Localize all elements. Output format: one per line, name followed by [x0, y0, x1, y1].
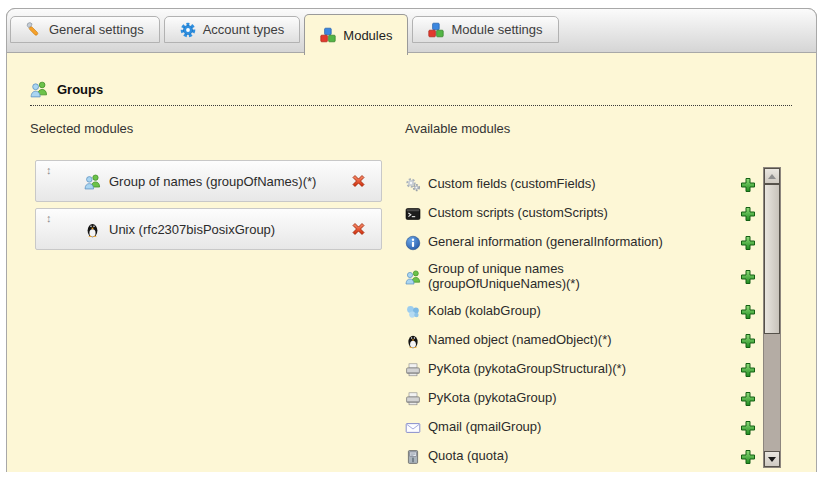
move-handle-icon[interactable]: ↕	[46, 213, 52, 224]
arrow-up-icon	[768, 174, 776, 179]
scrollbar-thumb[interactable]	[764, 184, 780, 334]
add-icon[interactable]	[739, 390, 757, 408]
move-handle-icon[interactable]: ↕	[46, 165, 52, 176]
arrow-down-icon	[768, 457, 776, 462]
kolab-icon	[405, 304, 421, 320]
groups-icon	[30, 80, 48, 98]
terminal-icon	[405, 206, 421, 222]
available-module-row: Named object (namedObject)(*)	[405, 326, 757, 355]
add-icon[interactable]	[739, 205, 757, 223]
wrench-icon	[26, 22, 42, 38]
section-header: Groups	[30, 80, 792, 106]
module-label: Named object (namedObject)(*)	[428, 333, 612, 348]
modules-cubes-icon	[428, 22, 444, 38]
tab-label: Modules	[343, 28, 392, 43]
group-icon	[84, 173, 101, 190]
add-icon[interactable]	[739, 361, 757, 379]
add-icon[interactable]	[739, 419, 757, 437]
available-module-row: Kolab (kolabGroup)	[405, 297, 757, 326]
available-modules-scrollbar[interactable]	[763, 167, 781, 468]
module-label: Group of unique names (groupOfUniqueName…	[428, 262, 690, 292]
delete-icon[interactable]	[349, 172, 368, 191]
module-label: Qmail (qmailGroup)	[428, 420, 541, 435]
info-icon	[405, 235, 421, 251]
module-label: PyKota (pykotaGroup)	[428, 391, 557, 406]
section-title: Groups	[57, 82, 103, 97]
available-modules-heading: Available modules	[405, 121, 510, 136]
lam-configuration-page: General settings Account types	[0, 0, 825, 478]
selected-modules-heading: Selected modules	[30, 121, 133, 136]
tab-label: Account types	[203, 22, 285, 37]
module-label: Custom fields (customFields)	[428, 177, 596, 192]
scroll-up-button[interactable]	[764, 168, 780, 184]
available-module-row: General information (generalInformation)	[405, 228, 757, 257]
group-icon	[405, 269, 421, 285]
printer-icon	[405, 362, 421, 378]
modules-cubes-icon	[320, 27, 336, 43]
module-label: Kolab (kolabGroup)	[428, 304, 541, 319]
add-icon[interactable]	[739, 303, 757, 321]
printer-icon	[405, 391, 421, 407]
selected-modules-list: ↕ Group of names (groupOfNames)(*) ↕	[35, 160, 382, 256]
available-module-row: Group of unique names (groupOfUniqueName…	[405, 257, 757, 297]
quota-icon	[405, 449, 421, 465]
add-icon[interactable]	[739, 176, 757, 194]
module-label: General information (generalInformation)	[428, 235, 663, 250]
tux-icon	[405, 333, 421, 349]
tab-label: Module settings	[451, 22, 542, 37]
add-icon[interactable]	[739, 234, 757, 252]
delete-icon[interactable]	[349, 220, 368, 239]
module-label: Custom scripts (customScripts)	[428, 206, 608, 221]
tab-module-settings[interactable]: Module settings	[412, 16, 558, 43]
mail-icon	[405, 420, 421, 436]
module-label: Unix (rfc2307bisPosixGroup)	[109, 222, 275, 237]
gear-icon	[180, 22, 196, 38]
add-icon[interactable]	[739, 332, 757, 350]
module-label: Quota (quota)	[428, 449, 508, 464]
tab-strip: General settings Account types	[10, 14, 559, 55]
available-modules-list: Custom fields (customFields) Custom scri…	[405, 170, 757, 471]
selected-module-row: ↕ Unix (rfc2307bisPosixGroup)	[35, 208, 382, 250]
module-label: Group of names (groupOfNames)(*)	[109, 174, 316, 189]
tab-modules[interactable]: Modules	[304, 14, 408, 55]
tab-account-types[interactable]: Account types	[164, 16, 301, 43]
tux-icon	[84, 221, 101, 238]
add-icon[interactable]	[739, 448, 757, 466]
available-module-row: PyKota (pykotaGroup)	[405, 384, 757, 413]
available-module-row: Custom fields (customFields)	[405, 170, 757, 199]
tab-label: General settings	[49, 22, 144, 37]
available-module-row: Custom scripts (customScripts)	[405, 199, 757, 228]
module-label: PyKota (pykotaGroupStructural)(*)	[428, 362, 626, 377]
selected-module-row: ↕ Group of names (groupOfNames)(*)	[35, 160, 382, 202]
scroll-down-button[interactable]	[764, 451, 780, 467]
tab-general-settings[interactable]: General settings	[10, 16, 160, 43]
add-icon[interactable]	[739, 268, 757, 286]
available-module-row: Qmail (qmailGroup)	[405, 413, 757, 442]
custom-fields-gears-icon	[405, 177, 421, 193]
available-module-row: Quota (quota)	[405, 442, 757, 471]
available-module-row: PyKota (pykotaGroupStructural)(*)	[405, 355, 757, 384]
